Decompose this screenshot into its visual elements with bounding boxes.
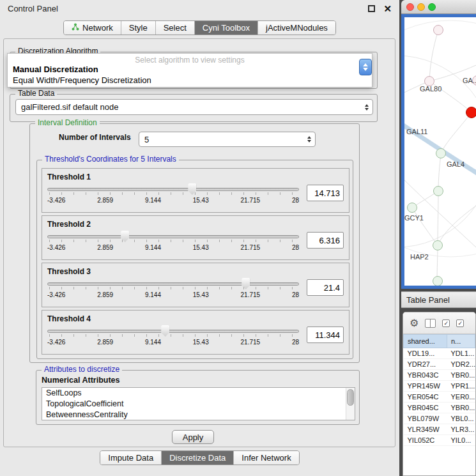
- table-cell[interactable]: YLR3...: [447, 424, 475, 435]
- scrollbar-thumb[interactable]: [347, 389, 354, 406]
- close-icon[interactable]: ✕: [383, 4, 392, 13]
- table-row[interactable]: YIL052CYIL0...: [404, 435, 475, 446]
- table-cell[interactable]: YBR0...: [447, 403, 475, 413]
- list-scrollbar[interactable]: [346, 388, 355, 420]
- scale-label: 9.144: [145, 197, 161, 204]
- tab-label: Cyni Toolbox: [203, 23, 250, 33]
- apply-button[interactable]: Apply: [172, 430, 214, 444]
- interval-definition-group: Interval Definition Number of Intervals …: [29, 123, 360, 363]
- table-row[interactable]: YBR045CYBR0...: [404, 403, 475, 413]
- slider-thumb[interactable]: [188, 183, 196, 195]
- tab-style[interactable]: Style: [121, 21, 155, 35]
- threshold-value[interactable]: 14.713: [307, 185, 344, 201]
- tab-label: Infer Network: [242, 453, 291, 463]
- table-cell[interactable]: YDR2...: [447, 359, 475, 370]
- scale-label: -3.426: [47, 339, 65, 346]
- group-title: Attributes to discretize: [42, 365, 122, 374]
- slider-scale: -3.4262.8599.14415.4321.71528: [47, 291, 299, 298]
- scale-label: 21.715: [241, 339, 261, 346]
- network-node[interactable]: [433, 186, 443, 196]
- table-row[interactable]: YBR043CYBR0...: [404, 370, 475, 381]
- close-traffic-light-icon[interactable]: [406, 3, 414, 11]
- node-table-body: YDL19...YDL1...YDR27...YDR2...YBR043CYBR…: [404, 348, 475, 446]
- table-row[interactable]: YPR145WYPR1...: [404, 381, 475, 392]
- top-tab-bar: Network Style Select Cyni Toolbox jActiv…: [0, 20, 399, 35]
- zoom-traffic-light-icon[interactable]: [428, 3, 436, 11]
- table-cell[interactable]: YPR1...: [447, 381, 475, 392]
- table-cell[interactable]: YIL052C: [404, 435, 447, 446]
- threshold-value[interactable]: 11.344: [307, 326, 344, 343]
- table-cell[interactable]: YIL0...: [447, 435, 475, 446]
- table-row[interactable]: YBL079WYBL0...: [404, 413, 475, 424]
- table-cell[interactable]: YBL0...: [447, 413, 475, 424]
- dropdown-option-manual-discretization[interactable]: Manual Discretization: [8, 64, 372, 75]
- attributes-to-discretize-group: Attributes to discretize Numerical Attri…: [36, 370, 360, 425]
- table-cell[interactable]: YLR345W: [404, 424, 447, 435]
- network-window: GAL80GA...GAL11GAL4GCY1HAP2: [401, 0, 476, 289]
- slider-thumb[interactable]: [242, 278, 250, 289]
- table-cell[interactable]: YDL19...: [404, 348, 447, 359]
- minimize-traffic-light-icon[interactable]: [417, 3, 425, 11]
- network-node[interactable]: [433, 25, 443, 35]
- slider-thumb[interactable]: [121, 231, 129, 242]
- table-panel-header[interactable]: Table Panel: [401, 291, 476, 308]
- tab-impute-data[interactable]: Impute Data: [100, 451, 161, 464]
- number-of-intervals-combo[interactable]: 5: [139, 132, 316, 147]
- network-canvas[interactable]: GAL80GA...GAL11GAL4GCY1HAP2: [404, 17, 476, 286]
- gear-icon[interactable]: ⚙: [410, 318, 418, 328]
- columns-icon[interactable]: [425, 319, 436, 328]
- attributes-list-items: SelfLoopsTopologicalCoefficientBetweenne…: [42, 388, 355, 420]
- control-panel-titlebar: Control Panel ✕: [0, 0, 399, 17]
- network-node[interactable]: [466, 107, 476, 118]
- table-cell[interactable]: YER0...: [447, 392, 475, 403]
- network-node[interactable]: [407, 203, 417, 213]
- table-cell[interactable]: YER054C: [404, 392, 447, 403]
- threshold-slider[interactable]: [47, 324, 299, 338]
- tab-cyni-toolbox[interactable]: Cyni Toolbox: [194, 21, 257, 35]
- dropdown-option-equal-width-frequency[interactable]: Equal Width/Frequency Discretization: [8, 75, 372, 86]
- table-cell[interactable]: YBL079W: [404, 413, 447, 424]
- table-cell[interactable]: YDR27...: [404, 359, 447, 370]
- select-none-checkbox-icon[interactable]: ✓: [456, 319, 464, 327]
- tab-jactivemnodules[interactable]: jActiveMNodules: [257, 21, 335, 35]
- threshold-panel-3: Threshold 3 -3.4262.8599.14415.4321.7152…: [42, 263, 349, 307]
- slider-thumb[interactable]: [161, 325, 169, 337]
- network-node[interactable]: [433, 240, 443, 250]
- tab-infer-network[interactable]: Infer Network: [233, 451, 298, 464]
- table-row[interactable]: YER054CYER0...: [404, 392, 475, 403]
- table-data-combo[interactable]: galFiltered.sif default node: [15, 99, 373, 115]
- tab-select[interactable]: Select: [155, 21, 194, 35]
- table-row[interactable]: YLR345WYLR3...: [404, 424, 475, 435]
- table-toolbar: ⚙ ✓ ✓: [403, 312, 475, 334]
- table-cell[interactable]: YDL1...: [447, 348, 475, 359]
- network-window-titlebar: [401, 0, 476, 14]
- network-node[interactable]: [433, 276, 443, 286]
- attribute-list-item[interactable]: TopologicalCoefficient: [42, 399, 355, 410]
- table-cell[interactable]: YPR145W: [404, 381, 447, 392]
- table-cell[interactable]: YBR045C: [404, 403, 447, 413]
- threshold-slider[interactable]: [47, 229, 299, 243]
- table-cell[interactable]: YBR0...: [447, 370, 475, 381]
- select-all-checkbox-icon[interactable]: ✓: [442, 319, 450, 327]
- algorithm-combo-stepper-icon[interactable]: [359, 59, 372, 75]
- network-viewport: GAL80GA...GAL11GAL4GCY1HAP2: [401, 14, 476, 289]
- float-window-icon[interactable]: [368, 5, 375, 12]
- tab-discretize-data[interactable]: Discretize Data: [161, 451, 233, 464]
- network-node[interactable]: [436, 148, 446, 158]
- scale-label: 21.715: [241, 244, 261, 251]
- table-row[interactable]: YDR27...YDR2...: [404, 359, 475, 370]
- threshold-slider[interactable]: [47, 182, 299, 196]
- tab-network[interactable]: Network: [64, 21, 121, 35]
- threshold-slider[interactable]: [47, 277, 299, 291]
- threshold-value[interactable]: 21.4: [307, 279, 344, 296]
- column-header-shared-name[interactable]: shared...: [404, 335, 447, 348]
- column-header-name[interactable]: n...: [447, 335, 475, 348]
- scale-label: 28: [292, 197, 299, 204]
- attribute-list-item[interactable]: BetweennessCentrality: [42, 410, 355, 420]
- scale-label: 2.859: [97, 197, 113, 204]
- threshold-value[interactable]: 6.316: [307, 232, 344, 249]
- table-cell[interactable]: YBR043C: [404, 370, 447, 381]
- network-node-label: GAL11: [406, 128, 427, 135]
- table-row[interactable]: YDL19...YDL1...: [404, 348, 475, 359]
- attribute-list-item[interactable]: SelfLoops: [42, 388, 355, 399]
